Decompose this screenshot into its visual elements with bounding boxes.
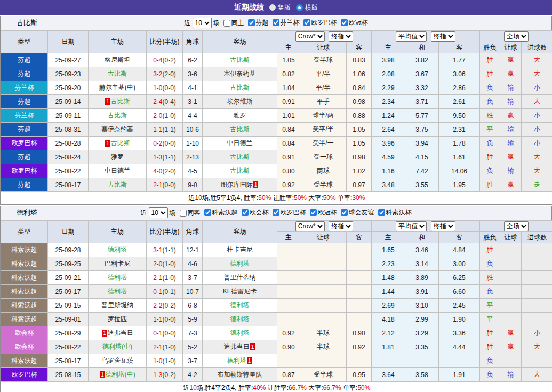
avg-draw: 3.67	[405, 67, 439, 81]
odds-away: 0.83	[347, 53, 372, 67]
result-goals	[522, 313, 552, 326]
league-filter[interactable]: 欧罗巴杯	[269, 208, 306, 217]
average-select[interactable]: 平均值	[396, 31, 427, 42]
league-filter[interactable]: 科索沃超	[201, 208, 238, 217]
league-filter[interactable]: 欧冠杯	[337, 18, 368, 27]
odds-home: 0.90	[277, 340, 300, 354]
odds-handicap: 平/半	[300, 81, 347, 95]
odds-handicap	[300, 313, 347, 326]
odds-away: 0.98	[347, 150, 372, 164]
odds-home	[277, 299, 300, 313]
result-goals: 大	[522, 164, 552, 178]
layout-option-vertical[interactable]: 竖版	[269, 3, 291, 12]
avg-draw	[405, 354, 439, 368]
result-handicap: 输	[500, 137, 522, 150]
away-team: 古比斯	[203, 81, 277, 95]
league-filter[interactable]: 球会友谊	[337, 208, 374, 217]
league-filter[interactable]: 欧冠杯	[306, 208, 337, 217]
fullmatch-header: 全场	[480, 31, 552, 42]
col-score: 比分(半场)	[147, 221, 183, 243]
away-team: 古比斯	[203, 123, 277, 137]
same-venue-filter[interactable]: 同主	[220, 19, 244, 28]
match-row: 芬超25-08-17古比斯2-1(0-0)9-0图尔库国际10.92受半球0.9…	[1, 178, 552, 192]
corner-cell: 5-2	[183, 340, 203, 354]
result-handicap	[500, 313, 522, 326]
odds-away: 0.98	[347, 95, 372, 109]
avg-away: 4.84	[439, 243, 480, 257]
match-row: 欧罗巴杯25-08-281古比斯0-2(0-0)1-10中日德兰0.84受半/一…	[1, 137, 552, 150]
average-select[interactable]: 平均值	[396, 221, 427, 231]
match-count-select[interactable]: 10	[193, 18, 212, 28]
odds-time-select[interactable]: 终指	[329, 31, 353, 42]
red-card-badge: 1	[102, 330, 107, 337]
result-winloss: 平	[480, 313, 500, 326]
league-checkbox[interactable]	[248, 19, 255, 26]
league-type-cell: 科索沃超	[1, 285, 48, 299]
col-date: 日期	[48, 221, 89, 243]
odds-handicap	[300, 299, 347, 313]
match-date: 25-08-24	[48, 150, 89, 164]
league-checkbox[interactable]	[204, 209, 211, 216]
result-handicap: 输	[500, 95, 522, 109]
league-checkbox[interactable]	[341, 209, 348, 216]
odds-away: 0.92	[347, 340, 372, 354]
league-checkbox[interactable]	[378, 209, 385, 216]
col-type: 类型	[1, 31, 48, 53]
title-bar: 近期战绩 竖版 横版	[0, 0, 552, 15]
match-row: 欧会杯25-08-291迪弗当日0-1(0-0)7-3德利塔0.92半球0.90…	[1, 326, 552, 340]
sub-col-handicap2: 让球	[500, 232, 522, 243]
league-filter[interactable]: 科索沃杯	[374, 208, 412, 217]
odds-time-select-2[interactable]: 终指	[431, 31, 455, 42]
same-venue-checkbox[interactable]	[223, 20, 230, 27]
bookmaker-select[interactable]: Crow*	[295, 221, 325, 231]
fullmatch-select[interactable]: 全场	[504, 31, 529, 42]
results-table: 类型 日期 主场 比分(半场) 角球 客场 Crow* 终指 平均值 终指	[1, 220, 552, 392]
filter-bar: 古比斯 近 10 场 同主 芬超芬兰杯欧罗巴杯欧冠杯	[1, 16, 551, 30]
odds-time-select[interactable]: 终指	[329, 221, 353, 231]
league-filter[interactable]: 芬兰杯	[269, 18, 300, 27]
match-date: 25-08-15	[48, 368, 89, 382]
away-team: 杜卡吉尼	[203, 243, 277, 257]
score-cell: 2-1(1-0)	[147, 271, 183, 285]
odds-away	[347, 313, 372, 326]
match-count-select[interactable]: 10	[149, 207, 168, 218]
league-checkbox[interactable]	[303, 19, 310, 26]
fullmatch-select[interactable]: 全场	[504, 221, 529, 231]
odds-time-select-2[interactable]: 终指	[431, 221, 455, 231]
avg-draw: 5.77	[405, 109, 439, 123]
sub-col-home: 主	[277, 42, 300, 53]
odds-away: 0.90	[347, 326, 372, 340]
league-checkbox[interactable]	[341, 19, 348, 26]
odds-home	[277, 313, 300, 326]
league-filter[interactable]: 芬超	[244, 18, 269, 27]
bookmaker-header: Crow* 终指	[277, 31, 372, 42]
league-filter[interactable]: 欧会杯	[238, 208, 269, 217]
result-goals: 走	[522, 178, 552, 192]
league-checkbox[interactable]	[310, 209, 317, 216]
avg-away: 6.60	[439, 285, 480, 299]
odds-home: 1.01	[277, 109, 300, 123]
layout-option-horizontal[interactable]: 横版	[296, 3, 318, 12]
score-cell: 3-2(2-0)	[147, 67, 183, 81]
league-filter[interactable]: 欧罗巴杯	[300, 18, 337, 27]
same-venue-filter[interactable]: 同客	[176, 209, 201, 218]
radio-unchecked-icon[interactable]	[269, 4, 276, 11]
score-cell: 0-2(0-0)	[147, 137, 183, 150]
bookmaker-header: Crow* 终指	[277, 221, 372, 232]
odds-home	[277, 354, 300, 368]
col-corner: 角球	[183, 31, 203, 53]
odds-home: 0.80	[277, 164, 300, 178]
sub-col-avg-away: 客	[439, 232, 480, 243]
avg-home	[372, 354, 405, 368]
result-handicap: 赢	[500, 326, 522, 340]
league-checkbox[interactable]	[242, 209, 249, 216]
radio-checked-icon[interactable]	[296, 4, 303, 11]
league-checkbox[interactable]	[273, 209, 279, 216]
same-venue-checkbox[interactable]	[180, 210, 187, 217]
odds-home: 0.92	[277, 326, 300, 340]
league-type-cell: 欧会杯	[1, 340, 48, 354]
corner-cell: 10-7	[183, 285, 203, 299]
bookmaker-select[interactable]: Crow*	[295, 31, 325, 42]
league-checkbox[interactable]	[273, 19, 279, 26]
odds-handicap: 半球	[300, 340, 347, 354]
